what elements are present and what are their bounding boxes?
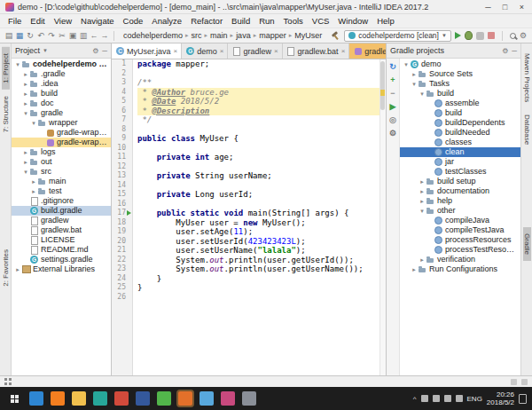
refresh-icon[interactable]: ↻ <box>388 61 398 71</box>
tree-expanded-icon[interactable]: ▾ <box>419 206 426 216</box>
volume-icon[interactable] <box>444 395 451 402</box>
tool-stripe-maven-projects[interactable]: Maven Projects <box>523 47 531 108</box>
firefox-icon[interactable] <box>51 391 65 406</box>
cut-icon[interactable]: ✂ <box>57 30 67 42</box>
menu-item-build[interactable]: Build <box>227 16 254 26</box>
gear-icon[interactable]: ⚙ <box>502 47 508 55</box>
tool-stripe-gradle[interactable]: Gradle <box>523 227 531 261</box>
tree-item[interactable]: ▾codehelperdemo [demo] <box>12 59 111 69</box>
close-icon[interactable]: × <box>173 47 178 55</box>
editor-tab[interactable]: gradlew× <box>228 43 282 59</box>
tree-collapsed-icon[interactable]: ▸ <box>30 186 37 196</box>
breadcrumb-item[interactable]: java <box>234 31 253 40</box>
run-main-icon[interactable] <box>127 210 131 216</box>
tree-collapsed-icon[interactable]: ▸ <box>411 69 418 79</box>
editor-tab[interactable]: demo× <box>182 43 228 59</box>
tree-item[interactable]: processResources <box>400 235 520 245</box>
tree-item[interactable]: ▾gradle <box>12 108 111 118</box>
tree-item[interactable]: ▸.gradle <box>12 69 111 79</box>
app-green-icon[interactable] <box>157 391 171 406</box>
tree-item[interactable]: classes <box>400 138 520 147</box>
run-button[interactable] <box>455 32 461 39</box>
tree-collapsed-icon[interactable]: ▸ <box>22 99 29 108</box>
tree-collapsed-icon[interactable]: ▸ <box>22 89 29 99</box>
editor-tab[interactable]: gradlew.bat× <box>283 43 350 59</box>
editor-tab[interactable]: MyUser.java× <box>112 43 182 59</box>
tree-collapsed-icon[interactable]: ▸ <box>22 69 29 79</box>
tree-collapsed-icon[interactable]: ▸ <box>22 147 29 157</box>
stop-button[interactable] <box>488 32 495 39</box>
tool-stripe-structure[interactable]: 7: Structure <box>2 90 10 138</box>
menu-item-navigate[interactable]: Navigate <box>76 16 119 26</box>
tree-collapsed-icon[interactable]: ▸ <box>419 255 426 264</box>
tree-item[interactable]: gradlew <box>12 216 111 225</box>
action-center-icon[interactable] <box>519 394 527 404</box>
menu-item-help[interactable]: Help <box>372 16 399 26</box>
attach-icon[interactable]: + <box>388 75 398 84</box>
app-skyblue-icon[interactable] <box>200 391 214 406</box>
tray-icon[interactable] <box>433 395 440 402</box>
menu-item-tools[interactable]: Tools <box>279 16 308 26</box>
tree-item[interactable]: build.gradle <box>12 206 111 216</box>
tree-item[interactable]: settings.gradle <box>12 255 111 264</box>
tree-expanded-icon[interactable]: ▾ <box>30 118 37 128</box>
browser-blue-icon[interactable] <box>29 391 43 406</box>
tree-expanded-icon[interactable]: ▾ <box>403 59 410 69</box>
tree-item[interactable]: compileJava <box>400 216 520 225</box>
paste-icon[interactable]: ▥ <box>78 30 89 42</box>
hidden-icons-chevron[interactable]: ^ <box>413 395 417 403</box>
run-task-icon[interactable]: ▶ <box>388 101 398 111</box>
sync-icon[interactable]: ↻ <box>25 30 35 42</box>
coverage-button[interactable] <box>476 32 484 40</box>
tree-item[interactable]: ▸help <box>400 196 520 206</box>
tree-item[interactable]: buildDependents <box>400 118 520 128</box>
tree-item[interactable]: ▸Run Configurations <box>400 264 520 274</box>
breadcrumb-item[interactable]: codehelperdemo <box>121 31 184 40</box>
breadcrumb-item[interactable]: mapper <box>257 31 288 40</box>
menu-item-file[interactable]: File <box>4 16 26 26</box>
tree-item[interactable]: compileTestJava <box>400 225 520 235</box>
tree-collapsed-icon[interactable]: ▸ <box>30 177 37 186</box>
close-icon[interactable]: × <box>273 47 278 55</box>
tree-item[interactable]: ▸External Libraries <box>12 264 111 274</box>
tree-item[interactable]: gradlew.bat <box>12 225 111 235</box>
file-explorer-icon[interactable] <box>72 391 86 406</box>
tree-item[interactable]: gradle-wrapper.jar <box>12 128 111 138</box>
editor-gutter[interactable]: 1234567891011121314151617181920212223242… <box>112 59 133 375</box>
tree-item[interactable]: ▸verification <box>400 255 520 264</box>
tree-expanded-icon[interactable]: ▾ <box>22 108 29 118</box>
save-icon[interactable]: ▦ <box>14 30 25 42</box>
close-icon[interactable]: × <box>340 47 346 55</box>
hide-panel-icon[interactable]: ─ <box>512 47 517 55</box>
tree-collapsed-icon[interactable]: ▸ <box>419 186 426 196</box>
tree-item[interactable]: ▸doc <box>12 99 111 108</box>
tree-item[interactable]: ▸build <box>12 89 111 99</box>
tree-item[interactable]: ▸build setup <box>400 177 520 186</box>
tree-item[interactable]: .gitignore <box>12 196 111 206</box>
detach-icon[interactable]: − <box>388 88 398 98</box>
menu-item-refactor[interactable]: Refactor <box>186 16 227 26</box>
tree-expanded-icon[interactable]: ▾ <box>22 167 29 177</box>
tree-item[interactable]: ▾src <box>12 167 111 177</box>
tree-collapsed-icon[interactable]: ▸ <box>419 177 426 186</box>
app-orange-icon[interactable] <box>178 391 192 406</box>
app-gray-icon[interactable] <box>242 391 256 406</box>
editor-tab[interactable]: gradle-wrapper.properties× <box>349 43 386 59</box>
breadcrumb-item[interactable]: main <box>208 31 230 40</box>
tree-item[interactable]: ▸out <box>12 157 111 167</box>
tree-item[interactable]: processTestResources <box>400 245 520 255</box>
tree-collapsed-icon[interactable]: ▸ <box>14 264 21 274</box>
breadcrumb-item[interactable]: MyUser <box>293 31 324 40</box>
search-everywhere-icon[interactable] <box>510 33 516 39</box>
minimize-button[interactable]: ─ <box>480 3 497 12</box>
tree-item[interactable]: gradle-wrapper.properties <box>12 138 111 147</box>
start-button[interactable] <box>3 387 26 410</box>
tray-icon[interactable] <box>421 395 428 402</box>
menu-item-analyze[interactable]: Analyze <box>147 16 186 26</box>
build-hammer-icon[interactable] <box>331 31 340 41</box>
maximize-button[interactable]: □ <box>497 3 513 12</box>
gear-icon[interactable]: ⚙ <box>92 47 98 55</box>
tree-item[interactable]: jar <box>400 157 520 167</box>
tree-collapsed-icon[interactable]: ▸ <box>22 79 29 89</box>
tree-item[interactable]: ▾build <box>400 89 520 99</box>
